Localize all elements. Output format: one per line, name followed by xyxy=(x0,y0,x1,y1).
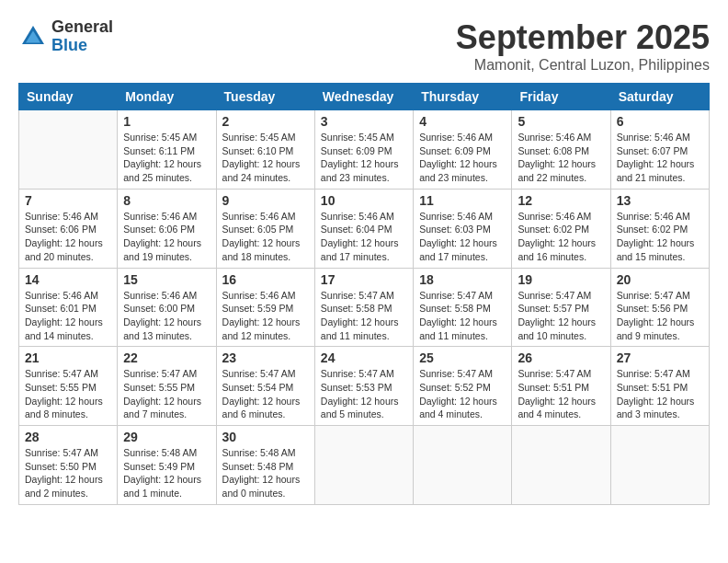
day-info: Sunrise: 5:46 AM Sunset: 6:05 PM Dayligh… xyxy=(222,210,309,264)
calendar-cell: 28Sunrise: 5:47 AM Sunset: 5:50 PM Dayli… xyxy=(19,426,118,505)
day-number: 16 xyxy=(222,272,309,287)
day-number: 24 xyxy=(321,350,407,365)
calendar-cell: 26Sunrise: 5:47 AM Sunset: 5:51 PM Dayli… xyxy=(512,347,610,426)
day-info: Sunrise: 5:47 AM Sunset: 5:58 PM Dayligh… xyxy=(419,289,506,343)
calendar-cell: 18Sunrise: 5:47 AM Sunset: 5:58 PM Dayli… xyxy=(414,268,512,347)
day-info: Sunrise: 5:47 AM Sunset: 5:50 PM Dayligh… xyxy=(25,446,111,500)
weekday-header-wednesday: Wednesday xyxy=(314,84,413,110)
day-info: Sunrise: 5:46 AM Sunset: 5:59 PM Dayligh… xyxy=(222,289,309,343)
day-number: 21 xyxy=(25,350,111,365)
calendar-week-row: 7Sunrise: 5:46 AM Sunset: 6:06 PM Daylig… xyxy=(19,189,710,268)
day-number: 17 xyxy=(321,272,407,287)
calendar-cell: 14Sunrise: 5:46 AM Sunset: 6:01 PM Dayli… xyxy=(19,268,118,347)
calendar-cell: 9Sunrise: 5:46 AM Sunset: 6:05 PM Daylig… xyxy=(216,189,314,268)
calendar-cell: 5Sunrise: 5:46 AM Sunset: 6:08 PM Daylig… xyxy=(512,110,610,190)
day-info: Sunrise: 5:47 AM Sunset: 5:51 PM Dayligh… xyxy=(518,367,604,421)
calendar-cell: 19Sunrise: 5:47 AM Sunset: 5:57 PM Dayli… xyxy=(512,268,610,347)
calendar-cell: 11Sunrise: 5:46 AM Sunset: 6:03 PM Dayli… xyxy=(414,189,512,268)
calendar-cell: 20Sunrise: 5:47 AM Sunset: 5:56 PM Dayli… xyxy=(610,268,709,347)
day-info: Sunrise: 5:47 AM Sunset: 5:56 PM Dayligh… xyxy=(617,289,703,343)
day-info: Sunrise: 5:46 AM Sunset: 6:02 PM Dayligh… xyxy=(617,210,703,264)
day-number: 18 xyxy=(419,272,506,287)
calendar-cell xyxy=(512,426,610,505)
day-number: 19 xyxy=(518,272,604,287)
day-number: 10 xyxy=(321,193,407,208)
weekday-header-sunday: Sunday xyxy=(19,84,118,110)
calendar-cell: 15Sunrise: 5:46 AM Sunset: 6:00 PM Dayli… xyxy=(118,268,216,347)
day-number: 13 xyxy=(617,193,703,208)
logo-blue-text: Blue xyxy=(51,37,113,55)
day-info: Sunrise: 5:46 AM Sunset: 6:06 PM Dayligh… xyxy=(25,210,111,264)
weekday-header-saturday: Saturday xyxy=(610,84,709,110)
calendar-cell: 25Sunrise: 5:47 AM Sunset: 5:52 PM Dayli… xyxy=(414,347,512,426)
day-info: Sunrise: 5:46 AM Sunset: 6:02 PM Dayligh… xyxy=(518,210,604,264)
calendar-cell: 22Sunrise: 5:47 AM Sunset: 5:55 PM Dayli… xyxy=(118,347,216,426)
day-info: Sunrise: 5:48 AM Sunset: 5:49 PM Dayligh… xyxy=(123,446,210,500)
day-info: Sunrise: 5:45 AM Sunset: 6:10 PM Dayligh… xyxy=(222,131,309,185)
calendar-cell xyxy=(610,426,709,505)
weekday-header-friday: Friday xyxy=(512,84,610,110)
day-number: 27 xyxy=(617,350,703,365)
day-info: Sunrise: 5:46 AM Sunset: 6:00 PM Dayligh… xyxy=(123,289,210,343)
calendar-cell: 8Sunrise: 5:46 AM Sunset: 6:06 PM Daylig… xyxy=(118,189,216,268)
calendar-cell: 7Sunrise: 5:46 AM Sunset: 6:06 PM Daylig… xyxy=(19,189,118,268)
weekday-header-thursday: Thursday xyxy=(414,84,512,110)
calendar-cell: 12Sunrise: 5:46 AM Sunset: 6:02 PM Dayli… xyxy=(512,189,610,268)
day-number: 9 xyxy=(222,193,309,208)
calendar-cell xyxy=(314,426,413,505)
page-subtitle: Mamonit, Central Luzon, Philippines xyxy=(456,57,710,74)
day-info: Sunrise: 5:47 AM Sunset: 5:54 PM Dayligh… xyxy=(222,367,309,421)
day-number: 8 xyxy=(123,193,210,208)
day-info: Sunrise: 5:47 AM Sunset: 5:57 PM Dayligh… xyxy=(518,289,604,343)
day-number: 15 xyxy=(123,272,210,287)
calendar-cell: 17Sunrise: 5:47 AM Sunset: 5:58 PM Dayli… xyxy=(314,268,413,347)
calendar-cell xyxy=(19,110,118,190)
calendar-cell: 3Sunrise: 5:45 AM Sunset: 6:09 PM Daylig… xyxy=(314,110,413,190)
weekday-header-monday: Monday xyxy=(118,84,216,110)
day-info: Sunrise: 5:47 AM Sunset: 5:58 PM Dayligh… xyxy=(321,289,407,343)
calendar-cell: 10Sunrise: 5:46 AM Sunset: 6:04 PM Dayli… xyxy=(314,189,413,268)
day-number: 3 xyxy=(321,114,407,129)
calendar-cell xyxy=(414,426,512,505)
day-number: 28 xyxy=(25,430,111,444)
day-number: 12 xyxy=(518,193,604,208)
day-info: Sunrise: 5:47 AM Sunset: 5:51 PM Dayligh… xyxy=(617,367,703,421)
logo: General Blue xyxy=(18,18,113,55)
calendar-cell: 16Sunrise: 5:46 AM Sunset: 5:59 PM Dayli… xyxy=(216,268,314,347)
day-info: Sunrise: 5:45 AM Sunset: 6:09 PM Dayligh… xyxy=(321,131,407,185)
title-section: September 2025 Mamonit, Central Luzon, P… xyxy=(456,18,710,74)
day-info: Sunrise: 5:46 AM Sunset: 6:08 PM Dayligh… xyxy=(518,131,604,185)
day-number: 5 xyxy=(518,114,604,129)
day-info: Sunrise: 5:46 AM Sunset: 6:01 PM Dayligh… xyxy=(25,289,111,343)
calendar-cell: 23Sunrise: 5:47 AM Sunset: 5:54 PM Dayli… xyxy=(216,347,314,426)
day-info: Sunrise: 5:46 AM Sunset: 6:04 PM Dayligh… xyxy=(321,210,407,264)
day-number: 22 xyxy=(123,350,210,365)
day-number: 11 xyxy=(419,193,506,208)
logo-general-text: General xyxy=(51,18,113,37)
calendar-week-row: 14Sunrise: 5:46 AM Sunset: 6:01 PM Dayli… xyxy=(19,268,710,347)
calendar-cell: 27Sunrise: 5:47 AM Sunset: 5:51 PM Dayli… xyxy=(610,347,709,426)
calendar-cell: 4Sunrise: 5:46 AM Sunset: 6:09 PM Daylig… xyxy=(414,110,512,190)
day-number: 26 xyxy=(518,350,604,365)
day-number: 29 xyxy=(123,430,210,444)
day-number: 23 xyxy=(222,350,309,365)
day-info: Sunrise: 5:46 AM Sunset: 6:03 PM Dayligh… xyxy=(419,210,506,264)
day-number: 20 xyxy=(617,272,703,287)
day-info: Sunrise: 5:47 AM Sunset: 5:55 PM Dayligh… xyxy=(123,367,210,421)
weekday-header-tuesday: Tuesday xyxy=(216,84,314,110)
day-number: 25 xyxy=(419,350,506,365)
calendar-cell: 6Sunrise: 5:46 AM Sunset: 6:07 PM Daylig… xyxy=(610,110,709,190)
day-number: 2 xyxy=(222,114,309,129)
calendar-cell: 2Sunrise: 5:45 AM Sunset: 6:10 PM Daylig… xyxy=(216,110,314,190)
page-title: September 2025 xyxy=(456,18,710,57)
day-info: Sunrise: 5:46 AM Sunset: 6:06 PM Dayligh… xyxy=(123,210,210,264)
day-info: Sunrise: 5:47 AM Sunset: 5:52 PM Dayligh… xyxy=(419,367,506,421)
calendar-cell: 1Sunrise: 5:45 AM Sunset: 6:11 PM Daylig… xyxy=(118,110,216,190)
calendar-cell: 13Sunrise: 5:46 AM Sunset: 6:02 PM Dayli… xyxy=(610,189,709,268)
logo-text: General Blue xyxy=(51,18,113,55)
calendar: SundayMondayTuesdayWednesdayThursdayFrid… xyxy=(18,83,710,505)
calendar-week-row: 1Sunrise: 5:45 AM Sunset: 6:11 PM Daylig… xyxy=(19,110,710,190)
day-number: 6 xyxy=(617,114,703,129)
day-number: 4 xyxy=(419,114,506,129)
calendar-cell: 24Sunrise: 5:47 AM Sunset: 5:53 PM Dayli… xyxy=(314,347,413,426)
